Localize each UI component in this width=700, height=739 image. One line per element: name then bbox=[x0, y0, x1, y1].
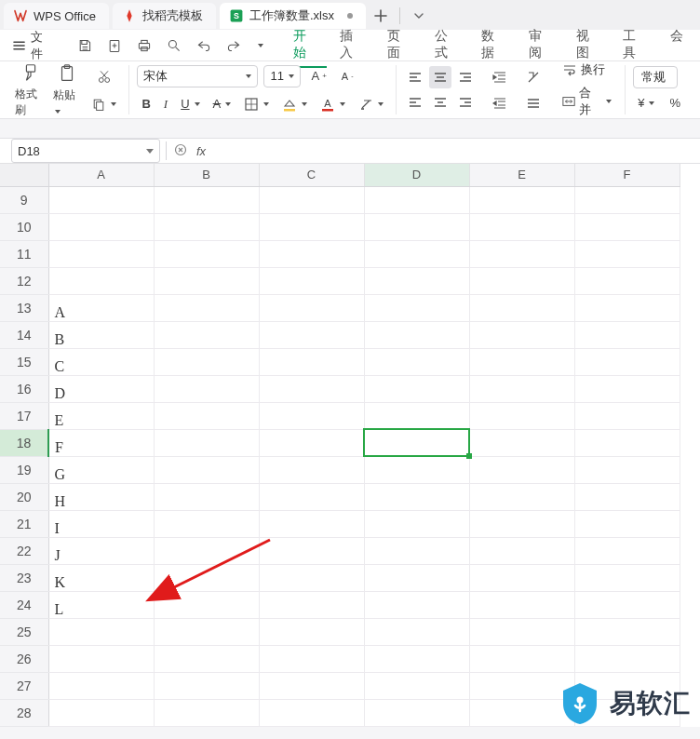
cell-F27[interactable] bbox=[574, 672, 680, 699]
align-left[interactable] bbox=[404, 91, 426, 114]
cell-C16[interactable] bbox=[259, 375, 364, 402]
row-header-15[interactable]: 15 bbox=[0, 348, 48, 375]
file-menu-button[interactable]: 文件 bbox=[6, 26, 61, 65]
cell-F17[interactable] bbox=[574, 402, 680, 429]
cell-D24[interactable] bbox=[364, 591, 469, 618]
cell-B25[interactable] bbox=[154, 618, 259, 645]
cell-A17[interactable]: E bbox=[48, 402, 154, 429]
cell-B22[interactable] bbox=[154, 537, 259, 564]
cell-B18[interactable] bbox=[154, 429, 259, 456]
cell-E14[interactable] bbox=[469, 321, 574, 348]
cell-E10[interactable] bbox=[469, 213, 574, 240]
cell-F25[interactable] bbox=[574, 618, 680, 645]
cell-E18[interactable] bbox=[469, 429, 574, 456]
cell-D9[interactable] bbox=[364, 186, 469, 213]
cell-D28[interactable] bbox=[364, 699, 469, 726]
bold-button[interactable]: B bbox=[137, 93, 155, 115]
cell-D21[interactable] bbox=[364, 510, 469, 537]
copy-button[interactable] bbox=[87, 93, 121, 115]
row-header-14[interactable]: 14 bbox=[0, 321, 48, 348]
format-brush-button[interactable]: 格式刷 bbox=[15, 62, 47, 118]
cell-B16[interactable] bbox=[154, 375, 259, 402]
cell-B28[interactable] bbox=[154, 699, 259, 726]
col-header-E[interactable]: E bbox=[469, 164, 574, 186]
cell-C27[interactable] bbox=[259, 672, 364, 699]
row-header-23[interactable]: 23 bbox=[0, 564, 48, 591]
col-header-C[interactable]: C bbox=[259, 164, 364, 186]
row-header-24[interactable]: 24 bbox=[0, 591, 48, 618]
cell-A23[interactable]: K bbox=[48, 564, 154, 591]
cell-D25[interactable] bbox=[364, 618, 469, 645]
font-size-select[interactable]: 11 bbox=[263, 65, 301, 87]
clear-format-button[interactable] bbox=[354, 93, 388, 115]
tab-page[interactable]: 页面 bbox=[376, 22, 422, 68]
cell-F23[interactable] bbox=[574, 564, 680, 591]
cell-A20[interactable]: H bbox=[48, 483, 154, 510]
cell-E25[interactable] bbox=[469, 618, 574, 645]
cell-E12[interactable] bbox=[469, 267, 574, 294]
tab-insert[interactable]: 插入 bbox=[329, 22, 374, 68]
cell-A9[interactable] bbox=[48, 186, 154, 213]
cell-D20[interactable] bbox=[364, 483, 469, 510]
indent-increase-button[interactable] bbox=[488, 92, 512, 114]
cell-E17[interactable] bbox=[469, 402, 574, 429]
cell-B14[interactable] bbox=[154, 321, 259, 348]
font-family-select[interactable]: 宋体 bbox=[137, 65, 258, 87]
cell-F16[interactable] bbox=[574, 375, 680, 402]
cell-D12[interactable] bbox=[364, 267, 469, 294]
cell-F26[interactable] bbox=[574, 645, 680, 672]
cell-E24[interactable] bbox=[469, 591, 574, 618]
cell-E9[interactable] bbox=[469, 186, 574, 213]
cell-F28[interactable] bbox=[574, 699, 680, 726]
row-header-26[interactable]: 26 bbox=[0, 645, 48, 672]
cell-B24[interactable] bbox=[154, 591, 259, 618]
align-top-center[interactable] bbox=[429, 66, 451, 88]
spreadsheet-grid[interactable]: A B C D E F 910111213A14B15C16D17E18F19G… bbox=[0, 164, 700, 727]
col-header-F[interactable]: F bbox=[574, 164, 680, 186]
cell-C18[interactable] bbox=[259, 429, 364, 456]
cell-F13[interactable] bbox=[574, 294, 680, 321]
cell-A21[interactable]: I bbox=[48, 510, 154, 537]
save-button[interactable] bbox=[70, 35, 100, 56]
tab-wps-office[interactable]: WPS Office bbox=[4, 3, 109, 29]
strike-button[interactable]: A bbox=[209, 93, 236, 115]
align-center[interactable] bbox=[429, 91, 451, 114]
cell-B17[interactable] bbox=[154, 402, 259, 429]
cell-C21[interactable] bbox=[259, 510, 364, 537]
quickaccess-more[interactable] bbox=[249, 41, 271, 50]
cell-B12[interactable] bbox=[154, 267, 259, 294]
cell-C14[interactable] bbox=[259, 321, 364, 348]
justify-button[interactable] bbox=[521, 92, 545, 114]
cell-F18[interactable] bbox=[574, 429, 680, 456]
new-button[interactable] bbox=[100, 35, 129, 56]
cell-A25[interactable] bbox=[48, 618, 154, 645]
increase-font-button[interactable]: A+ bbox=[306, 65, 330, 87]
cell-C11[interactable] bbox=[259, 240, 364, 267]
cell-D15[interactable] bbox=[364, 348, 469, 375]
row-header-20[interactable]: 20 bbox=[0, 483, 48, 510]
cell-F11[interactable] bbox=[574, 240, 680, 267]
cell-C9[interactable] bbox=[259, 186, 364, 213]
row-header-9[interactable]: 9 bbox=[0, 186, 48, 213]
fill-color-button[interactable] bbox=[277, 93, 312, 115]
orientation-button[interactable] bbox=[521, 66, 545, 88]
row-header-17[interactable]: 17 bbox=[0, 402, 48, 429]
currency-button[interactable]: ¥ bbox=[633, 92, 659, 114]
cell-D10[interactable] bbox=[364, 213, 469, 240]
tab-data[interactable]: 数据 bbox=[470, 22, 516, 68]
cell-A14[interactable]: B bbox=[48, 321, 154, 348]
cell-C15[interactable] bbox=[259, 348, 364, 375]
cell-F20[interactable] bbox=[574, 483, 680, 510]
cell-E23[interactable] bbox=[469, 564, 574, 591]
cell-B9[interactable] bbox=[154, 186, 259, 213]
cell-F24[interactable] bbox=[574, 591, 680, 618]
align-top-right[interactable] bbox=[454, 66, 477, 88]
cell-E22[interactable] bbox=[469, 537, 574, 564]
cell-C24[interactable] bbox=[259, 591, 364, 618]
cell-A27[interactable] bbox=[48, 672, 154, 699]
cell-E26[interactable] bbox=[469, 645, 574, 672]
cell-C17[interactable] bbox=[259, 402, 364, 429]
cell-A10[interactable] bbox=[48, 213, 154, 240]
cell-F9[interactable] bbox=[574, 186, 680, 213]
tab-template[interactable]: 找稻壳模板 bbox=[113, 3, 216, 29]
